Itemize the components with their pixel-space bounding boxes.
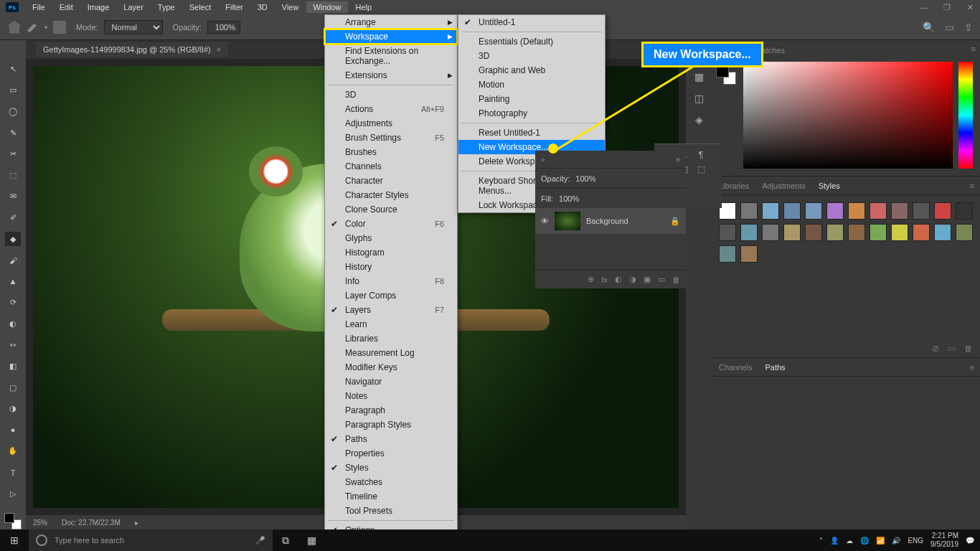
menu-item-untitled-1[interactable]: ✔Untitled-1 xyxy=(458,15,605,29)
brush-panel-icon[interactable] xyxy=(53,21,66,34)
strip-icon-1[interactable]: ▦ xyxy=(691,69,707,85)
blur-tool[interactable]: ✏ xyxy=(5,338,21,353)
menu-3d[interactable]: 3D xyxy=(251,1,274,13)
style-swatch[interactable] xyxy=(913,224,930,241)
delete-layer-icon[interactable]: 🗑 xyxy=(672,276,680,284)
paths-menu-icon[interactable]: ≡ xyxy=(970,363,974,372)
fill-value[interactable]: 100% xyxy=(559,194,579,203)
menu-view[interactable]: View xyxy=(275,1,306,13)
menu-item-painting[interactable]: Painting xyxy=(458,92,605,106)
menu-item-color[interactable]: ✔ColorF6 xyxy=(325,217,457,231)
menu-help[interactable]: Help xyxy=(349,1,379,13)
zoom-level[interactable]: 25% xyxy=(33,519,47,527)
home-icon[interactable] xyxy=(7,21,22,34)
menu-item-brushes[interactable]: Brushes xyxy=(325,145,457,159)
frame-tool[interactable]: ⬚ xyxy=(5,168,21,183)
style-swatch[interactable] xyxy=(848,202,865,220)
menu-item-3d[interactable]: 3D xyxy=(325,88,457,102)
style-swatch[interactable] xyxy=(783,202,801,220)
style-swatch[interactable] xyxy=(740,202,758,220)
style-swatch[interactable] xyxy=(719,224,736,241)
style-swatch[interactable] xyxy=(805,202,822,220)
tray-up-icon[interactable]: ˄ xyxy=(819,537,823,545)
menu-item-styles[interactable]: ✔Styles xyxy=(325,461,457,475)
layers-tabs-more[interactable]: » xyxy=(541,156,545,164)
menu-item-paths[interactable]: ✔Paths xyxy=(325,432,457,446)
menu-window[interactable]: Window xyxy=(306,1,347,13)
style-swatch[interactable] xyxy=(762,202,779,220)
mini-icon-3[interactable]: ¶ xyxy=(694,150,707,160)
gradient-tool[interactable]: ◐ xyxy=(5,316,21,331)
style-swatch[interactable] xyxy=(956,202,973,220)
maximize-icon[interactable]: ❐ xyxy=(940,3,954,12)
mask-icon[interactable]: ◐ xyxy=(615,275,622,284)
menu-item-actions[interactable]: ActionsAlt+F9 xyxy=(325,102,457,116)
eyedropper-tool[interactable]: ✉ xyxy=(5,189,21,204)
menu-item-character-styles[interactable]: Character Styles xyxy=(325,188,457,202)
menu-item-essentials-default-[interactable]: Essentials (Default) xyxy=(458,34,605,49)
fg-bg-swatch[interactable] xyxy=(4,513,22,529)
type-tool[interactable]: ◑ xyxy=(5,402,21,417)
shape-tool[interactable]: ✋ xyxy=(5,444,21,459)
start-button[interactable]: ⊞ xyxy=(0,529,29,551)
style-swatch[interactable] xyxy=(783,224,801,241)
tray-cloud-icon[interactable]: ☁ xyxy=(846,537,853,545)
mini-icon-6[interactable]: ⬚ xyxy=(694,164,707,174)
minimize-icon[interactable]: — xyxy=(917,3,931,11)
menu-item-motion[interactable]: Motion xyxy=(458,77,605,92)
layer-row[interactable]: 👁 Background 🔒 xyxy=(535,208,686,234)
path-tool[interactable]: ● xyxy=(5,423,21,438)
style-swatch[interactable] xyxy=(848,224,865,241)
no-style-icon[interactable]: ⊘ xyxy=(932,344,939,354)
link-icon[interactable]: ⊕ xyxy=(588,275,594,284)
style-swatch[interactable] xyxy=(934,224,951,241)
menu-item-timeline[interactable]: Timeline xyxy=(325,489,457,504)
search-icon[interactable]: 🔍 xyxy=(923,22,935,33)
menu-file[interactable]: File xyxy=(26,1,52,13)
brush-size-dot[interactable] xyxy=(44,26,47,29)
brush-preset-icon[interactable] xyxy=(27,22,39,33)
tray-net-icon[interactable]: 🌐 xyxy=(860,537,869,545)
menu-item-history[interactable]: History xyxy=(325,260,457,274)
color-field[interactable] xyxy=(743,62,953,169)
style-swatch[interactable] xyxy=(762,224,779,241)
menu-item-reset-untitled-1[interactable]: Reset Untitled-1 xyxy=(458,126,605,140)
menu-item-graphic-and-web[interactable]: Graphic and Web xyxy=(458,63,605,77)
history-brush-tool[interactable]: ▲ xyxy=(5,274,21,289)
style-swatch[interactable] xyxy=(891,224,908,241)
tab-channels[interactable]: Channels xyxy=(717,362,753,373)
menu-item-photography[interactable]: Photography xyxy=(458,106,605,121)
menu-item-brush-settings[interactable]: Brush SettingsF5 xyxy=(325,131,457,145)
taskbar-app-1[interactable]: ▦ xyxy=(298,529,324,551)
hue-slider[interactable] xyxy=(958,62,973,169)
styles-menu-icon[interactable]: ≡ xyxy=(970,182,974,190)
tray-notif-icon[interactable]: 💬 xyxy=(966,537,974,545)
style-swatch[interactable] xyxy=(826,224,844,241)
close-icon[interactable]: ✕ xyxy=(963,3,977,12)
menu-item-properties[interactable]: Properties xyxy=(325,446,457,461)
menu-type[interactable]: Type xyxy=(151,1,182,13)
visibility-icon[interactable]: 👁 xyxy=(541,217,549,225)
style-swatch[interactable] xyxy=(740,224,758,241)
menu-item-layer-comps[interactable]: Layer Comps xyxy=(325,288,457,303)
tray-sound-icon[interactable]: 🔊 xyxy=(892,537,900,545)
menu-item-find-extensions-on-exchange-[interactable]: Find Extensions on Exchange... xyxy=(325,44,457,68)
menu-item-libraries[interactable]: Libraries xyxy=(325,331,457,346)
menu-edit[interactable]: Edit xyxy=(53,1,80,13)
tab-paths[interactable]: Paths xyxy=(763,362,786,373)
lasso-tool[interactable]: ◯ xyxy=(5,104,21,119)
style-swatch[interactable] xyxy=(956,224,973,241)
tray-lang[interactable]: ENG xyxy=(908,537,923,545)
menu-item-navigator[interactable]: Navigator xyxy=(325,375,457,389)
strip-icon-3[interactable]: ◈ xyxy=(691,112,707,128)
mic-icon[interactable]: 🎤 xyxy=(255,536,265,545)
menu-item-learn[interactable]: Learn xyxy=(325,317,457,331)
menu-item-channels[interactable]: Channels xyxy=(325,159,457,174)
screens-icon[interactable]: ▭ xyxy=(945,22,954,33)
menu-item-clone-source[interactable]: Clone Source xyxy=(325,202,457,217)
menu-item-swatches[interactable]: Swatches xyxy=(325,475,457,489)
style-swatch[interactable] xyxy=(740,245,758,263)
zoom-tool[interactable]: ▷ xyxy=(5,486,21,501)
style-swatch[interactable] xyxy=(891,202,908,220)
menu-item-paragraph[interactable]: Paragraph xyxy=(325,403,457,418)
